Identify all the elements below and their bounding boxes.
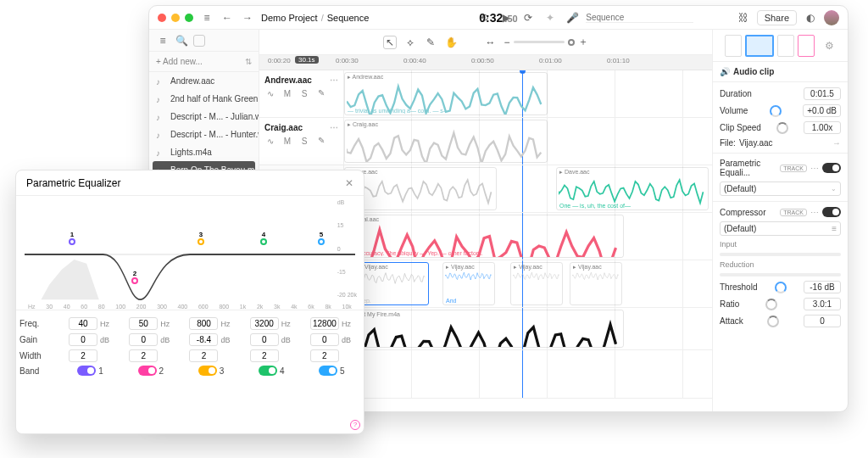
solo-button[interactable]: S [298,89,310,98]
eq-gain-field[interactable] [189,333,218,346]
eq-gain-field[interactable] [69,333,97,346]
threshold-knob[interactable] [775,282,787,293]
snap-icon[interactable]: ↔ [483,36,497,49]
eq-width-field[interactable] [129,349,158,362]
track-lane[interactable]: ▸ Light My Fire.m4a [344,308,712,350]
audio-clip[interactable]: ▸ Vijay.aac [510,262,563,305]
sidebar-item[interactable]: ♪2nd half of Hank Green.mp4 [149,90,259,108]
eq-band-handle[interactable] [69,238,75,245]
speed-field[interactable]: 1.00x [804,121,841,134]
share-button[interactable]: Share [757,10,797,25]
comp-preset-select[interactable]: (Default) ≡ [720,221,841,236]
waveform-icon[interactable]: ∿ [264,137,276,146]
sidebar-item[interactable]: ♪Descript - M... - Julian.wav [149,108,259,126]
more-icon[interactable]: ⋯ [810,164,819,173]
eq-width-field[interactable] [189,349,218,362]
eq-gain-field[interactable] [310,333,339,346]
sidebar-item[interactable]: ♪Lights.m4a [149,143,259,161]
layout-thumb[interactable] [725,35,742,57]
peq-toggle[interactable] [822,163,841,173]
volume-field[interactable]: +0.0 dB [803,104,841,117]
audio-clip[interactable]: ▸ Light My Fire.m4a [344,310,624,348]
mute-button[interactable]: M [281,137,293,146]
eq-freq-field[interactable] [189,317,218,330]
track-lane[interactable]: ▸ Andrew.aac— trivial as unwinding a— co… [344,70,712,118]
sliders-icon[interactable]: ≡ [832,224,837,233]
eq-gain-field[interactable] [250,333,279,346]
arrow-right-icon[interactable]: → [832,138,841,148]
solo-button[interactable]: S [298,137,310,146]
eq-band-handle[interactable] [260,238,267,245]
layout-thumb[interactable] [777,35,794,57]
volume-knob[interactable] [770,105,782,117]
eq-gain-field[interactable] [129,333,158,346]
track-lane[interactable]: ▸ Dave.aac▸ Dave.aacOne — is, uh, the co… [344,165,712,213]
link-icon[interactable]: ⛓ [737,11,750,25]
eq-graph[interactable]: dB150-15-20 20k Hz3040608010020030040060… [25,199,355,310]
eq-band-handle[interactable] [318,238,325,245]
ruler-marker[interactable]: 30.1s [295,56,319,64]
comp-toggle[interactable] [822,207,841,217]
hand-tool-icon[interactable]: ✋ [444,36,458,49]
search-input[interactable] [586,13,693,23]
band-toggle[interactable] [77,366,96,376]
threshold-field[interactable]: -16 dB [804,281,841,293]
eq-width-field[interactable] [69,349,97,362]
more-icon[interactable]: ⋯ [810,208,819,217]
help-badge-icon[interactable]: ? [350,420,360,430]
forward-icon[interactable]: ⟳ [521,11,535,25]
sidebar-item[interactable]: ♪Descript - M... - Hunter.wav [149,126,259,143]
sidebar-item[interactable]: ♪Andrew.aac [149,72,259,90]
eq-freq-field[interactable] [310,317,339,330]
mic-icon[interactable]: 🎤 [565,11,579,25]
hamburger-icon[interactable]: ≡ [156,34,170,47]
help-icon[interactable]: ◐ [804,11,817,25]
eq-band-handle[interactable] [131,277,138,284]
mute-button[interactable]: M [281,89,293,98]
audio-clip[interactable]: ▸ Vijay.aacAnd [442,262,495,305]
audio-clip[interactable]: ▸ Vijay.aac [570,262,622,305]
breadcrumb[interactable]: Demo Project/Sequence [261,13,369,23]
duration-field[interactable]: 0:01.5 [804,87,841,100]
attack-field[interactable]: 0 [804,315,841,327]
clipboard-icon[interactable] [193,35,205,47]
more-icon[interactable]: ⋯ [330,75,338,85]
window-traffic-lights[interactable] [158,14,193,22]
band-toggle[interactable] [138,366,157,376]
zoom-slider[interactable]: −＋ [504,35,587,49]
filter-icon[interactable]: ⇅ [245,57,252,66]
more-icon[interactable]: ⋯ [330,123,338,132]
eq-freq-field[interactable] [129,317,158,330]
pencil-icon[interactable]: ✎ [315,136,327,146]
track-lane[interactable]: ▸ Craig.aac [344,118,712,165]
nav-fwd-icon[interactable]: → [241,11,254,25]
audio-clip[interactable]: ▸ Vijay.aacYep. [356,262,429,305]
pencil-icon[interactable]: ✎ [315,88,327,98]
band-toggle[interactable] [198,366,217,376]
add-new-button[interactable]: + Add new... ⇅ [149,52,259,72]
eq-width-field[interactable] [310,349,339,362]
track-lane[interactable]: ▸ Sonal.aacreat accuracy. The ubiquity —… [344,213,712,260]
inspector-settings-icon[interactable]: ⚙ [823,39,837,53]
range-tool-icon[interactable]: ⟡ [403,36,417,49]
audio-clip[interactable]: ▸ Craig.aac [344,120,548,163]
speed-knob[interactable] [776,122,788,134]
attack-knob[interactable] [767,316,779,327]
pointer-tool-icon[interactable]: ↖ [383,36,397,49]
nav-back-icon[interactable]: ← [220,11,234,25]
audio-clip[interactable]: ▸ Dave.aacOne — is, uh, the cost of— [556,167,709,210]
blade-tool-icon[interactable]: ✎ [424,36,437,49]
audio-clip[interactable]: ▸ Dave.aac [344,167,497,210]
band-toggle[interactable] [259,366,277,376]
eq-freq-field[interactable] [69,317,97,330]
ratio-knob[interactable] [765,299,777,310]
ratio-field[interactable]: 3.0:1 [804,298,841,310]
eq-freq-field[interactable] [250,317,279,330]
avatar[interactable] [824,10,839,25]
eq-band-handle[interactable] [198,238,204,245]
track-lane[interactable]: ▸ Vijay.aacYep.▸ Vijay.aacAnd▸ Vijay.aac… [344,260,712,308]
layout-thumb[interactable] [745,35,774,57]
timeline-ruler[interactable]: 30.1s 0:00:200:00:300:00:400:00:500:01:0… [259,55,712,70]
settings-icon[interactable]: ✦ [543,11,557,25]
band-toggle[interactable] [319,366,337,376]
